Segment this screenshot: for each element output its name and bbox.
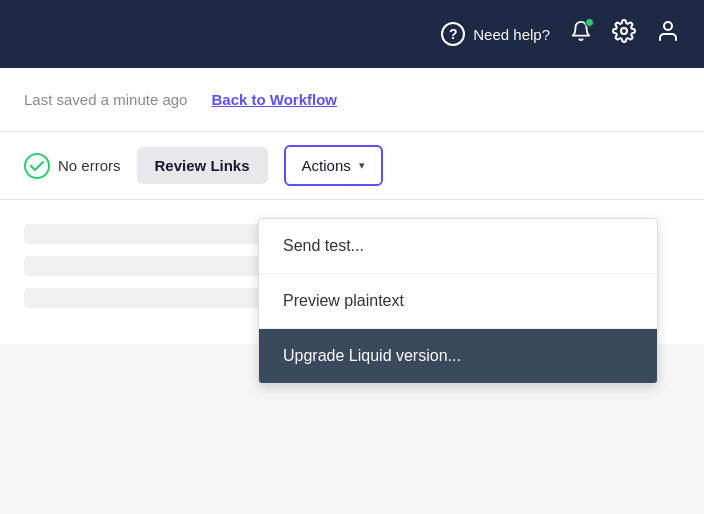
caret-icon: ▾ (359, 159, 365, 172)
send-test-item[interactable]: Send test... (259, 219, 657, 274)
check-circle-icon (24, 153, 50, 179)
review-links-button[interactable]: Review Links (137, 147, 268, 184)
topbar: ? Need help? (0, 0, 704, 68)
help-link[interactable]: ? Need help? (441, 22, 550, 46)
actions-label: Actions (302, 157, 351, 174)
notification-dot (585, 18, 594, 27)
no-errors-badge: No errors (24, 153, 121, 179)
toolbar: No errors Review Links Actions ▾ (0, 132, 704, 200)
notifications-bell[interactable] (570, 20, 592, 48)
help-label: Need help? (473, 26, 550, 43)
actions-dropdown: Send test... Preview plaintext Upgrade L… (258, 218, 658, 384)
last-saved-text: Last saved a minute ago (24, 91, 187, 108)
svg-point-2 (25, 154, 49, 178)
actions-button[interactable]: Actions ▾ (284, 145, 383, 186)
user-icon[interactable] (656, 19, 680, 49)
back-to-workflow-link[interactable]: Back to Workflow (211, 91, 337, 108)
help-icon: ? (441, 22, 465, 46)
content-line-3 (24, 288, 286, 308)
settings-icon[interactable] (612, 19, 636, 49)
svg-point-0 (621, 28, 627, 34)
svg-point-1 (664, 22, 672, 30)
secondary-bar: Last saved a minute ago Back to Workflow (0, 68, 704, 132)
preview-plaintext-item[interactable]: Preview plaintext (259, 274, 657, 329)
upgrade-liquid-item[interactable]: Upgrade Liquid version... (259, 329, 657, 383)
no-errors-label: No errors (58, 157, 121, 174)
